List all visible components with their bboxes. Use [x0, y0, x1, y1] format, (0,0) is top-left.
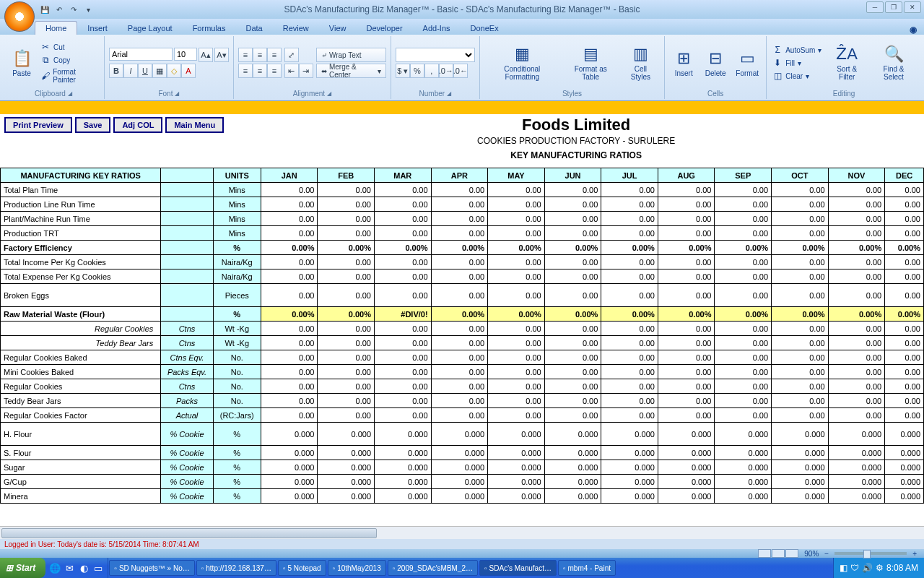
cell-value[interactable]: 0.000: [431, 460, 488, 475]
cell-value[interactable]: 0.000: [658, 475, 715, 489]
cell-value[interactable]: 0.000: [885, 446, 924, 460]
orientation-icon[interactable]: ⤢: [284, 48, 299, 62]
tab-doneex[interactable]: DoneEx: [461, 22, 509, 35]
cell-value[interactable]: 0.00: [885, 255, 924, 269]
cell-value[interactable]: 0.000: [601, 460, 658, 475]
cell-value[interactable]: 0.00: [318, 336, 375, 350]
shrink-font-icon[interactable]: A▾: [214, 48, 229, 62]
cell-value[interactable]: 0.000: [544, 489, 601, 504]
cell-value[interactable]: 0.00: [318, 350, 375, 365]
cell-value[interactable]: 0.00: [828, 350, 885, 365]
decrease-indent-icon[interactable]: ⇤: [284, 64, 299, 78]
cell-value[interactable]: 0.00: [318, 322, 375, 336]
cell-value[interactable]: 0.000: [658, 460, 715, 475]
cell-value[interactable]: #DIV/0!: [375, 307, 432, 322]
table-row[interactable]: Total Income Per Kg CookiesNaira/Kg0.000…: [1, 255, 924, 269]
cell-value[interactable]: 0.00: [885, 183, 924, 197]
percent-icon[interactable]: %: [410, 64, 424, 78]
cell-value[interactable]: 0.00: [601, 212, 658, 226]
cell-value[interactable]: 0.000: [601, 489, 658, 504]
close-button[interactable]: ✕: [904, 1, 921, 13]
ql-media-icon[interactable]: ◐: [77, 561, 90, 574]
cell-value[interactable]: 0.00: [885, 284, 924, 307]
cell-value[interactable]: 0.00: [772, 197, 829, 212]
table-row[interactable]: Broken EggsPieces0.000.000.000.000.000.0…: [1, 284, 924, 307]
fill-button[interactable]: ⬇Fill ▾: [771, 57, 823, 69]
tray-icon[interactable]: 🔊: [862, 563, 873, 573]
dialog-launcher-icon[interactable]: ◢: [327, 90, 331, 97]
cell-value[interactable]: 0.00: [885, 336, 924, 350]
ql-mail-icon[interactable]: ✉: [63, 561, 76, 574]
tab-developer[interactable]: Developer: [356, 22, 412, 35]
table-row[interactable]: Total Plan TimeMins0.000.000.000.000.000…: [1, 183, 924, 197]
cell-value[interactable]: 0.00%: [261, 241, 318, 255]
cell-value[interactable]: 0.00: [715, 212, 772, 226]
underline-button[interactable]: U: [138, 64, 152, 78]
wrap-text-button[interactable]: ⤶Wrap Text: [316, 48, 386, 62]
cell-value[interactable]: 0.00: [658, 336, 715, 350]
cell-value[interactable]: 0.00: [772, 183, 829, 197]
align-left-icon[interactable]: ≡: [238, 64, 253, 78]
cell-value[interactable]: 0.00: [885, 350, 924, 365]
cell-value[interactable]: 0.00: [885, 197, 924, 212]
cell-value[interactable]: 0.00: [431, 212, 488, 226]
cell-value[interactable]: 0.000: [544, 460, 601, 475]
delete-button[interactable]: ⊟Delete: [701, 48, 730, 79]
decrease-decimal-icon[interactable]: .0←: [453, 64, 468, 78]
cell-value[interactable]: 0.00%: [715, 241, 772, 255]
cell-value[interactable]: 0.00: [318, 197, 375, 212]
table-row[interactable]: Regular CookiesCtnsNo.0.000.000.000.000.…: [1, 379, 924, 394]
cell-value[interactable]: 0.00: [715, 197, 772, 212]
table-row[interactable]: Production Line Run TimeMins0.000.000.00…: [1, 197, 924, 212]
cell-value[interactable]: 0.00: [375, 379, 432, 394]
autosum-button[interactable]: ΣAutoSum ▾: [771, 44, 823, 56]
help-icon[interactable]: ◉: [910, 25, 917, 35]
cell-value[interactable]: 0.000: [828, 446, 885, 460]
cell-value[interactable]: 0.00%: [715, 307, 772, 322]
cell-value[interactable]: 0.00: [318, 212, 375, 226]
redo-icon[interactable]: ↷: [68, 4, 79, 15]
cell-value[interactable]: 0.00%: [658, 241, 715, 255]
table-row[interactable]: Teddy Bear JarsCtnsWt -Kg0.000.000.000.0…: [1, 336, 924, 350]
font-name-select[interactable]: [109, 48, 173, 61]
undo-icon[interactable]: ↶: [53, 4, 65, 15]
cell-value[interactable]: 0.00: [828, 394, 885, 408]
cell-value[interactable]: 0.00%: [772, 241, 829, 255]
cell-value[interactable]: 0.00: [885, 365, 924, 379]
cell-value[interactable]: 0.000: [488, 423, 545, 446]
cell-value[interactable]: 0.000: [544, 423, 601, 446]
cell-value[interactable]: 0.00: [261, 197, 318, 212]
cell-value[interactable]: 0.00: [544, 408, 601, 423]
cell-value[interactable]: 0.00: [715, 183, 772, 197]
format-button[interactable]: ▭Format: [733, 48, 762, 79]
cell-value[interactable]: 0.00: [885, 394, 924, 408]
cell-value[interactable]: 0.000: [488, 460, 545, 475]
cell-value[interactable]: 0.00: [601, 255, 658, 269]
maximize-button[interactable]: ❐: [885, 1, 902, 13]
cell-value[interactable]: 0.00: [601, 226, 658, 241]
cell-value[interactable]: 0.00: [828, 284, 885, 307]
print-preview-button[interactable]: Print Preview: [4, 117, 72, 133]
cell-value[interactable]: 0.00: [715, 322, 772, 336]
cell-value[interactable]: 0.00%: [828, 307, 885, 322]
cell-value[interactable]: 0.00: [828, 212, 885, 226]
cell-value[interactable]: 0.00: [658, 394, 715, 408]
cell-value[interactable]: 0.00: [544, 269, 601, 284]
align-right-icon[interactable]: ≡: [267, 64, 282, 78]
cell-value[interactable]: 0.000: [828, 475, 885, 489]
cell-value[interactable]: 0.00: [488, 408, 545, 423]
cell-value[interactable]: 0.00: [658, 408, 715, 423]
cell-value[interactable]: 0.00: [375, 183, 432, 197]
taskbar-item[interactable]: ▫SDAc's Manufact…: [479, 560, 557, 576]
tab-insert[interactable]: Insert: [77, 22, 118, 35]
cell-value[interactable]: 0.000: [828, 489, 885, 504]
cell-value[interactable]: 0.00: [375, 394, 432, 408]
cell-value[interactable]: 0.00: [544, 284, 601, 307]
cell-value[interactable]: 0.00: [885, 322, 924, 336]
cell-value[interactable]: 0.00: [828, 336, 885, 350]
minimize-button[interactable]: ─: [866, 1, 884, 13]
tab-home[interactable]: Home: [35, 21, 77, 35]
cell-value[interactable]: 0.00: [431, 269, 488, 284]
cell-value[interactable]: 0.00: [544, 212, 601, 226]
cell-value[interactable]: 0.00: [601, 394, 658, 408]
